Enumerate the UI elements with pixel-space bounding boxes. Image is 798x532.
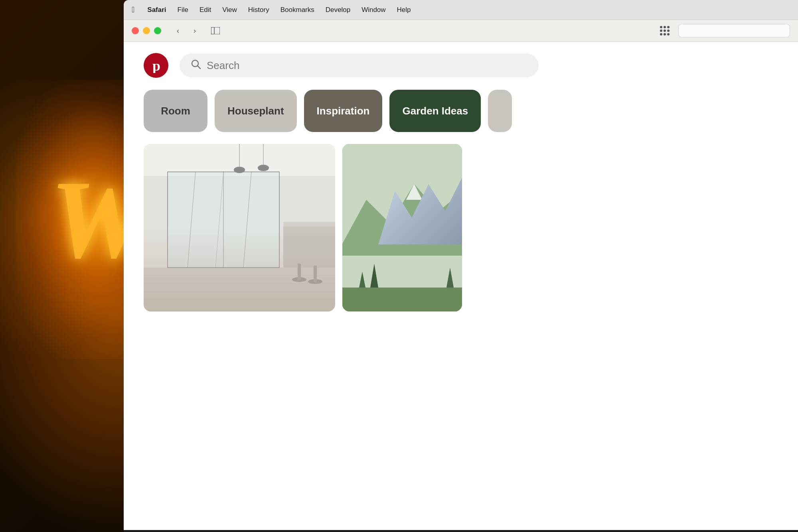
- safari-menu[interactable]: Safari: [147, 6, 166, 14]
- svg-rect-22: [298, 264, 301, 280]
- grid-icon: [660, 26, 670, 35]
- nav-buttons: ‹ ›: [171, 25, 202, 37]
- svg-line-4: [198, 66, 200, 69]
- extensions-button[interactable]: [658, 25, 672, 37]
- view-menu[interactable]: View: [222, 6, 237, 14]
- forward-chevron-icon: ›: [194, 27, 196, 34]
- svg-text:p: p: [152, 58, 160, 73]
- room-svg: [144, 144, 335, 311]
- category-garden-ideas-label: Garden Ideas: [402, 105, 468, 117]
- macos-menu-bar:  Safari File Edit View History Bookmark…: [124, 0, 798, 20]
- svg-point-23: [308, 279, 322, 284]
- svg-rect-8: [144, 268, 335, 311]
- file-menu[interactable]: File: [178, 6, 188, 14]
- room-image: [144, 144, 335, 311]
- search-icon: [191, 59, 201, 72]
- back-chevron-icon: ‹: [177, 27, 179, 34]
- svg-point-28: [258, 165, 269, 171]
- forward-button[interactable]: ›: [188, 25, 202, 37]
- window-controls: [132, 27, 161, 34]
- pinterest-p-icon: p: [148, 58, 164, 73]
- category-inspiration-label: Inspiration: [317, 105, 370, 117]
- svg-rect-1: [211, 27, 220, 34]
- edit-menu[interactable]: Edit: [200, 6, 211, 14]
- pinterest-logo[interactable]: p: [144, 53, 168, 78]
- pinterest-app: p Search Room Houseplant: [124, 42, 798, 530]
- maximize-button[interactable]: [154, 27, 161, 34]
- apple-menu[interactable]: : [132, 5, 134, 14]
- category-houseplant-label: Houseplant: [227, 105, 284, 117]
- mac-browser-frame:  Safari File Edit View History Bookmark…: [124, 0, 798, 532]
- svg-rect-0: [211, 27, 214, 34]
- svg-rect-19: [283, 224, 335, 268]
- develop-menu[interactable]: Develop: [326, 6, 350, 14]
- pin-card-outdoor[interactable]: [342, 144, 462, 311]
- sidebar-icon: [211, 27, 220, 34]
- back-button[interactable]: ‹: [171, 25, 185, 37]
- category-inspiration[interactable]: Inspiration: [304, 90, 383, 132]
- svg-rect-18: [168, 172, 279, 267]
- svg-point-26: [234, 167, 245, 173]
- search-placeholder-text: Search: [207, 59, 239, 72]
- history-menu[interactable]: History: [248, 6, 269, 14]
- category-houseplant[interactable]: Houseplant: [215, 90, 297, 132]
- category-room-label: Room: [161, 105, 190, 117]
- pin-grid: [124, 140, 798, 339]
- window-menu[interactable]: Window: [361, 6, 385, 14]
- browser-toolbar: ‹ ›: [124, 20, 798, 42]
- pin-card-room[interactable]: [144, 144, 335, 311]
- category-garden-ideas[interactable]: Garden Ideas: [389, 90, 481, 132]
- category-room[interactable]: Room: [144, 90, 207, 132]
- minimize-button[interactable]: [143, 27, 150, 34]
- bookmarks-menu[interactable]: Bookmarks: [280, 6, 314, 14]
- close-button[interactable]: [132, 27, 139, 34]
- svg-rect-36: [342, 288, 462, 311]
- category-more-partial[interactable]: [488, 90, 512, 132]
- svg-rect-24: [314, 266, 317, 282]
- outdoor-svg: [342, 144, 462, 311]
- svg-point-21: [292, 277, 306, 282]
- help-menu[interactable]: Help: [397, 6, 411, 14]
- category-row: Room Houseplant Inspiration Garden Ideas: [124, 86, 798, 140]
- outdoor-image: [342, 144, 462, 311]
- sidebar-toggle-button[interactable]: [208, 25, 223, 37]
- address-bar[interactable]: [678, 24, 790, 37]
- search-bar[interactable]: Search: [180, 53, 539, 77]
- svg-rect-20: [283, 222, 335, 227]
- pinterest-header: p Search: [124, 42, 798, 86]
